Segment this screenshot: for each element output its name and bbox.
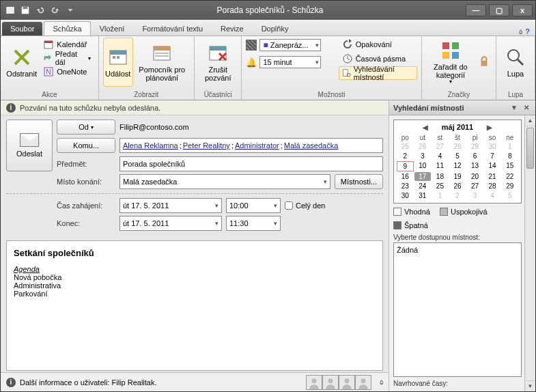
cal-day[interactable]: 22 [501, 172, 518, 181]
close-pane-icon[interactable]: ✕ [522, 103, 531, 113]
send-button[interactable]: Odeslat [6, 120, 53, 171]
cancel-invite-button[interactable]: Zrušit pozvání [199, 38, 238, 87]
cal-day[interactable]: 11 [432, 161, 449, 171]
save-icon[interactable] [18, 3, 32, 17]
maximize-button[interactable]: ▢ [489, 4, 509, 16]
cal-day[interactable]: 23 [397, 182, 414, 191]
help-icon[interactable]: ? [525, 27, 530, 36]
cal-day[interactable]: 10 [414, 161, 432, 171]
cal-day-out[interactable]: 25 [397, 142, 414, 151]
start-time-combo[interactable]: 10:00 [226, 198, 281, 213]
cal-day[interactable]: 16 [397, 172, 414, 181]
cal-day[interactable]: 30 [397, 191, 414, 200]
cal-day[interactable]: 26 [449, 182, 466, 191]
person-thumb[interactable] [306, 375, 322, 390]
forward-button[interactable]: Předat dál▾ [40, 51, 94, 65]
appointment-button[interactable]: Událost [103, 38, 133, 87]
calendar-button[interactable]: Kalendář [40, 38, 94, 51]
delete-button[interactable]: Odstranit [5, 38, 38, 87]
person-thumb[interactable] [339, 375, 355, 390]
attendee-link[interactable]: Alena Reklamna [123, 141, 178, 150]
cal-day[interactable]: 14 [484, 161, 501, 171]
cal-day[interactable]: 3 [414, 152, 432, 160]
recurrence-button[interactable]: Opakování [339, 38, 417, 51]
cal-day-out[interactable]: 30 [484, 142, 501, 151]
qat-more-icon[interactable] [64, 3, 77, 17]
end-time-combo[interactable]: 11:30 [226, 216, 281, 231]
cal-day[interactable]: 18 [432, 172, 449, 181]
cal-day[interactable]: 5 [449, 152, 466, 160]
cal-day[interactable]: 15 [501, 161, 518, 171]
minimize-button[interactable]: — [466, 4, 486, 16]
redo-icon[interactable] [48, 3, 62, 17]
cal-day[interactable]: 28 [484, 182, 501, 191]
person-thumb[interactable] [355, 375, 371, 390]
subject-input[interactable] [119, 156, 383, 171]
scroll-thumb[interactable] [526, 128, 534, 169]
onenote-button[interactable]: NOneNote [40, 65, 94, 79]
cal-day-out[interactable]: 26 [414, 142, 432, 151]
cal-day[interactable]: 9 [397, 161, 414, 171]
close-button[interactable]: x [512, 4, 533, 16]
tab-review[interactable]: Revize [212, 21, 253, 36]
end-date-combo[interactable]: út 17. 5. 2011 [119, 216, 222, 231]
people-pane-toggle-icon[interactable]: ۵ [380, 378, 383, 386]
tab-addins[interactable]: Doplňky [253, 21, 298, 36]
cal-day[interactable]: 27 [466, 182, 483, 191]
cal-day[interactable]: 2 [397, 152, 414, 160]
cal-day[interactable]: 8 [501, 152, 518, 160]
cal-day[interactable]: 24 [414, 182, 432, 191]
rooms-dialog-button[interactable]: Místnosti... [335, 174, 383, 189]
attendees-field[interactable]: Alena Reklamna; Peter Realitny; Administ… [119, 138, 383, 153]
location-combo[interactable]: Malá zasedačka [119, 174, 330, 189]
person-thumb[interactable] [322, 375, 339, 390]
cal-day-out[interactable]: 5 [501, 191, 518, 200]
reminder-combo[interactable]: 15 minut [259, 56, 321, 68]
cal-day-out[interactable]: 4 [484, 191, 501, 200]
from-button[interactable]: Od ▾ [57, 120, 115, 135]
scroll-up-icon[interactable]: ▲ [525, 115, 535, 126]
categorize-button[interactable]: Zařadit do kategorií▾ [426, 38, 476, 87]
cal-day[interactable]: 6 [466, 152, 483, 160]
attendee-link[interactable]: Malá zasedačka [284, 141, 339, 150]
cal-day-out[interactable]: 1 [501, 142, 518, 151]
app-icon[interactable] [3, 3, 17, 17]
private-button[interactable] [477, 38, 492, 87]
cal-day-out[interactable]: 28 [449, 142, 466, 151]
cal-day[interactable]: 7 [484, 152, 501, 160]
cal-day-out[interactable]: 3 [466, 191, 483, 200]
pin-icon[interactable]: ▼ [509, 103, 519, 113]
prev-month-icon[interactable]: ◀ [423, 124, 428, 131]
file-tab[interactable]: Soubor [2, 22, 42, 36]
cal-day-out[interactable]: 27 [432, 142, 449, 151]
cal-day[interactable]: 4 [432, 152, 449, 160]
meeting-body[interactable]: Setkání společníků Agenda Nová pobočka A… [6, 240, 383, 371]
tab-meeting[interactable]: Schůzka [44, 21, 90, 36]
cal-day-out[interactable]: 1 [432, 191, 449, 200]
cal-day[interactable]: 13 [466, 161, 483, 171]
pane-scrollbar[interactable]: ▲ ▼ [524, 115, 535, 391]
ribbon-collapse-icon[interactable]: ۵ [519, 28, 522, 36]
tab-insert[interactable]: Vložení [91, 21, 134, 36]
scroll-down-icon[interactable]: ▼ [525, 380, 535, 391]
scheduling-button[interactable]: Pomocník pro plánování [135, 38, 190, 87]
cal-day[interactable]: 21 [484, 172, 501, 181]
tab-format-text[interactable]: Formátování textu [133, 21, 212, 36]
to-button[interactable]: Komu... [57, 138, 115, 153]
available-room-list[interactable]: Žádná [393, 242, 522, 377]
cal-day[interactable]: 29 [501, 182, 518, 191]
cal-day[interactable]: 12 [449, 161, 466, 171]
cal-day-out[interactable]: 29 [466, 142, 483, 151]
cal-day[interactable]: 19 [449, 172, 466, 181]
cal-day[interactable]: 17 [414, 172, 432, 181]
start-date-combo[interactable]: út 17. 5. 2011 [119, 198, 222, 213]
allday-checkbox[interactable]: Celý den [285, 201, 383, 210]
attendee-link[interactable]: Administrator [235, 141, 279, 150]
roomfinder-button[interactable]: Vyhledávání místností [339, 66, 417, 80]
cal-day[interactable]: 31 [414, 191, 432, 200]
cal-day[interactable]: 20 [466, 172, 483, 181]
cal-day-out[interactable]: 2 [449, 191, 466, 200]
show-as-combo[interactable]: ■ Zanepráz... [259, 39, 321, 51]
next-month-icon[interactable]: ▶ [487, 124, 492, 131]
attendee-link[interactable]: Peter Realitny [183, 141, 230, 150]
